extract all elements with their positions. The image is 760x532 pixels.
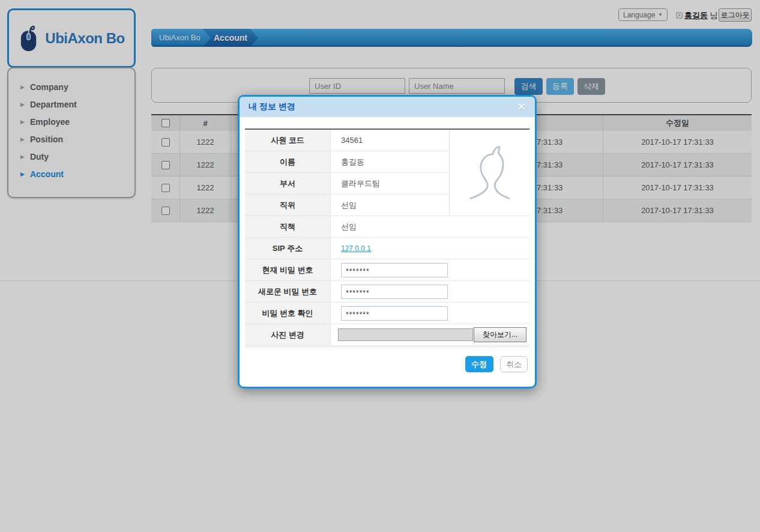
position-label: 직위: [245, 195, 331, 216]
modal-header: 내 정보 변경 ✕: [240, 97, 535, 117]
new-password-label: 새로운 비밀 번호: [245, 281, 331, 303]
photo-change-label: 사진 변경: [245, 324, 331, 346]
confirm-password-label: 비밀 번호 확인: [245, 303, 331, 324]
submit-button[interactable]: 수정: [465, 356, 493, 372]
profile-photo-placeholder: [449, 130, 529, 216]
cancel-button[interactable]: 취소: [500, 356, 528, 372]
photo-file-field[interactable]: [338, 328, 473, 341]
confirm-password-input[interactable]: [341, 306, 448, 321]
person-silhouette-icon: [468, 144, 512, 202]
name-value: 홍길동: [331, 151, 449, 173]
employee-code-value: 34561: [331, 130, 449, 151]
sip-address-label: SIP 주소: [245, 238, 331, 259]
duty-value: 선임: [331, 216, 529, 238]
employee-code-label: 사원 코드: [245, 130, 331, 151]
position-value: 선임: [331, 195, 449, 216]
duty-label: 직책: [245, 216, 331, 238]
modal-title: 내 정보 변경: [249, 101, 295, 112]
my-info-modal: 내 정보 변경 ✕ 사원 코드 34561 이름 홍길동 부서 클라우드팀 직위…: [238, 95, 537, 388]
name-label: 이름: [245, 151, 331, 173]
modal-footer: 수정 취소: [240, 347, 535, 372]
current-password-label: 현재 비밀 번호: [245, 259, 331, 281]
browse-button[interactable]: 찾아보기...: [474, 327, 526, 342]
sip-address-link[interactable]: 127.0.0.1: [341, 244, 371, 253]
my-info-form: 사원 코드 34561 이름 홍길동 부서 클라우드팀 직위 선임 직책 선임 …: [245, 128, 529, 346]
current-password-input[interactable]: [341, 263, 448, 277]
department-value: 클라우드팀: [331, 173, 449, 195]
new-password-input[interactable]: [341, 285, 448, 299]
close-icon[interactable]: ✕: [517, 101, 526, 112]
department-label: 부서: [245, 173, 331, 195]
